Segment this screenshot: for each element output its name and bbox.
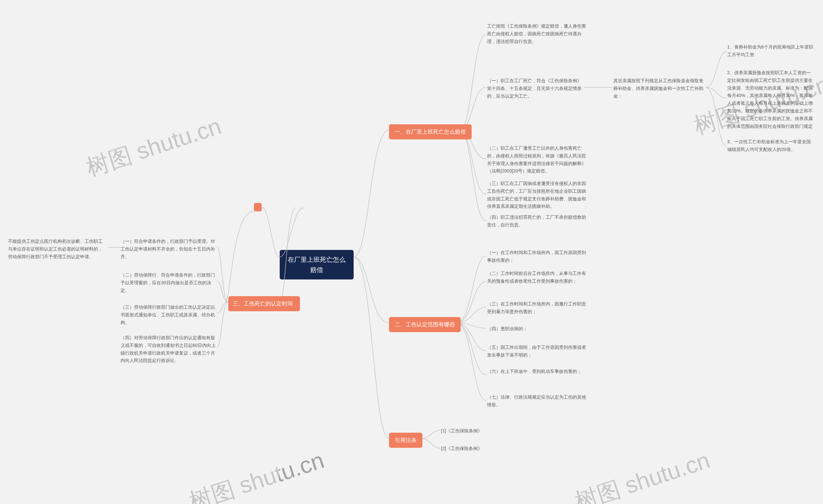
section-1-title[interactable]: 一、在厂里上班死亡怎么赔偿: [389, 124, 472, 140]
s3-item-3-final: （三）劳动保障行政部门做出的工伤认定决定以书面形式通知单位、工伤职工或其亲属、经…: [121, 303, 217, 326]
s3-item-2-final: （二）劳动保障行、符合申请条件的，行政部门予以受理窗的，应在30日内做出是否工伤…: [121, 271, 217, 294]
s1-item-0: 工亡按照《工伤保险条例》规定赔偿，遭人身伤害死亡由侵权人赔偿，因病死亡按因病死亡…: [487, 22, 590, 45]
root-node[interactable]: 在厂里上班死亡怎么赔偿: [280, 250, 354, 279]
s2-item-3: （三）在工作时间和工作场所内，因履行工作职责受到暴力等意外伤害的；: [487, 300, 590, 316]
blank-category-left-final[interactable]: [254, 203, 262, 211]
s2-item-1: （一）在工作时间和工作场所内，因工作原因受到事故伤害的；: [487, 249, 590, 264]
s1-item-1: （一）职工在工厂死亡，符合《工伤保险条例》第十四条、十五条规定，且无第十六条规定…: [487, 77, 584, 100]
s2-item-2: （二）工作时间前后在工作场所内，从事与工作有关的预备性或者收尾性工作受到事故伤害…: [487, 270, 590, 285]
s1-item-1-sub-a: 1、丧葬补助金为6个月的统筹地区上年度职工月平均工资: [727, 43, 814, 59]
s3-item-1-final: （一）符合申请条件的，行政部门予以受理。对工伤认定申请材料不齐全的，告知在十五日…: [121, 238, 217, 261]
s1-item-2: （二）职工在工厂遭受工亡以外的人身伤害死亡的，由侵权人按照过错原则，依据《最高人…: [487, 145, 590, 175]
mindmap-canvas: 树图 shutu.cn 树图 shutu.cn 树图 shutu.cn 树图 s…: [0, 0, 823, 504]
section-4-title[interactable]: 引用法条: [389, 433, 423, 448]
s1-item-4: （四）职工违法犯罪死亡的，工厂不承担赔偿救助责任，自行负责。: [487, 214, 590, 229]
s4-item-1: [1]《工伤保险条例》: [441, 427, 482, 435]
s2-item-4: （四）患职业病的；: [487, 325, 527, 333]
s2-item-5: （五）因工外出期间，由于工作原因受到伤害或者发生事故下落不明的；: [487, 344, 590, 359]
s3-item-1-sub-final: 不能提供工伤定点医疗机构初次诊断、工伤职工与单位存在证明和认定工伤必需的证明材料…: [8, 238, 105, 261]
s2-item-6: （六）在上下班途中，受到机动车事故伤害的；: [487, 368, 582, 375]
s1-item-1-sub-c: 3、一次性工亡补助金标准为上一年度全国城镇居民人均可支配收入的20倍。: [727, 138, 814, 154]
s2-item-7: （七）法律、行政法规规定应当认定为工伤的其他情形。: [487, 394, 590, 409]
watermark: 树图 shutu.cn: [571, 445, 714, 504]
s4-item-2: [2]《工伤保险条例》: [441, 445, 482, 453]
s3-item-4-final: （四）对劳动保障行政部门作出的认定通知有疑义或不服的，可自收到通知书之日起60日…: [121, 334, 217, 364]
section-3-title-final[interactable]: 三、工伤死亡的认定时间: [228, 296, 297, 311]
s1-item-3: （三）职工在工厂因病或者遭受没有侵权人的非因工负伤死亡的，工厂应当按照所在地企业…: [487, 180, 590, 210]
s1-item-1-sub: 其近亲属按照下列规定从工伤保险基金领取丧葬补助金、供养亲属抚恤金和一次性工亡补助…: [613, 77, 707, 100]
section-2-title[interactable]: 二、工伤认定范围有哪些: [389, 317, 461, 332]
s1-item-1-sub-b: 2、供养亲属抚恤金按照职工本人工资的一定比例发给由因工死亡职工生前提供主要生活来…: [727, 69, 814, 130]
